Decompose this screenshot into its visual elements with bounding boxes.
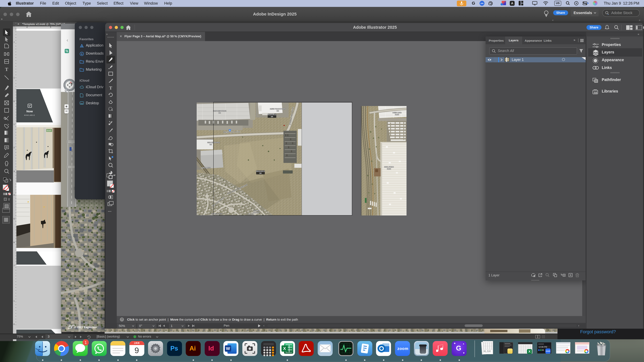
svg-text:14250 LEAR: 14250 LEAR	[392, 112, 402, 113]
svg-text:BLVD: BLVD	[395, 114, 399, 115]
svg-text:T: T	[5, 67, 8, 72]
svg-text:DR: DR	[210, 144, 212, 145]
svg-text:T: T	[109, 85, 112, 90]
svg-text:Now: Now	[26, 110, 33, 113]
svg-text:11111 STEAD: 11111 STEAD	[384, 166, 394, 168]
svg-text:AVAILABLE: AVAILABLE	[24, 114, 35, 116]
svg-text:MOYA BLVD: MOYA BLVD	[202, 167, 211, 169]
svg-text:BLVD: BLVD	[387, 168, 391, 170]
svg-text:T: T	[8, 198, 10, 201]
svg-text:EXIT: EXIT	[47, 129, 52, 132]
svg-text:© 2023 Eagleview: © 2023 Eagleview	[74, 326, 97, 329]
